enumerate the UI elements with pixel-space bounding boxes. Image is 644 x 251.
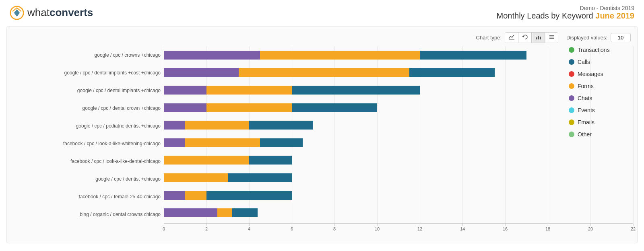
x-tick-line bbox=[505, 224, 506, 226]
bar-segment bbox=[228, 173, 292, 182]
bar-row bbox=[164, 67, 633, 78]
legend-dot bbox=[569, 95, 574, 101]
y-axis-label: google / cpc / pediatric dentist +chicag… bbox=[11, 123, 161, 129]
x-tick-label: 4 bbox=[248, 226, 250, 231]
legend-dot bbox=[569, 47, 574, 53]
legend-label: Other bbox=[578, 131, 592, 138]
x-tick-line bbox=[249, 224, 250, 226]
legend-item: Transactions bbox=[569, 47, 633, 53]
legend-item: Messages bbox=[569, 71, 633, 77]
x-tick-label: 18 bbox=[545, 226, 550, 231]
bar-row bbox=[164, 154, 633, 166]
table-button[interactable] bbox=[546, 33, 558, 43]
x-tick: 0 bbox=[163, 224, 165, 231]
bar-segment bbox=[206, 103, 292, 112]
bar-segment bbox=[164, 156, 249, 165]
x-tick-label: 20 bbox=[588, 226, 593, 231]
x-tick: 20 bbox=[588, 224, 593, 231]
y-axis-label: google / cpc / dental implants +cost +ch… bbox=[11, 70, 161, 76]
refresh-button[interactable] bbox=[519, 33, 532, 43]
y-axis-labels: google / cpc / crowns +chicagogoogle / c… bbox=[7, 46, 164, 235]
bar-segment bbox=[164, 103, 206, 112]
bar-segment bbox=[260, 51, 420, 60]
bar-segment bbox=[185, 191, 206, 200]
legend-item: Forms bbox=[569, 83, 633, 89]
y-axis-label: facebook / cpc / female-25-40-chicago bbox=[11, 194, 161, 200]
legend-label: Transactions bbox=[578, 47, 610, 53]
x-tick-label: 16 bbox=[503, 226, 508, 231]
y-axis-label: bing / organic / dental crowns chicago bbox=[11, 212, 161, 217]
x-tick-label: 10 bbox=[375, 226, 380, 231]
legend-dot bbox=[569, 59, 574, 65]
logo-converts: converts bbox=[50, 6, 93, 19]
bar-segment bbox=[164, 138, 185, 147]
chart-container: Chart type: Displayed values: 10 google … bbox=[6, 26, 638, 243]
bar-segment bbox=[164, 121, 185, 130]
x-tick-line bbox=[292, 224, 292, 226]
y-axis-label: facebook / cpc / look-a-like-whitening-c… bbox=[11, 141, 161, 146]
bar-row bbox=[164, 49, 633, 61]
legend-label: Forms bbox=[578, 83, 594, 89]
x-tick-line bbox=[420, 224, 420, 226]
y-axis-label: google / cpc / dental implants +chicago bbox=[11, 88, 161, 93]
x-tick: 12 bbox=[417, 224, 422, 231]
chart-type-buttons bbox=[505, 32, 558, 43]
bar-segment bbox=[206, 86, 292, 95]
bar-row bbox=[164, 102, 633, 113]
legend-label: Messages bbox=[578, 71, 603, 77]
demo-title: Demo - Dentists 2019 bbox=[497, 5, 634, 11]
bar-segment bbox=[409, 68, 495, 77]
x-tick: 14 bbox=[460, 224, 465, 231]
bar-segment bbox=[164, 191, 185, 200]
x-tick-line bbox=[334, 224, 335, 226]
bar-segment bbox=[217, 208, 232, 217]
legend-dot bbox=[569, 132, 574, 137]
bar-segment bbox=[249, 121, 313, 130]
bar-chart-button[interactable] bbox=[533, 33, 545, 43]
bars-area bbox=[164, 46, 633, 223]
bar-row bbox=[164, 207, 633, 218]
bar-row bbox=[164, 172, 633, 183]
legend-dot bbox=[569, 119, 574, 125]
legend-label: Events bbox=[578, 107, 595, 113]
bar-segment bbox=[185, 121, 249, 130]
x-tick: 8 bbox=[333, 224, 336, 231]
x-tick: 6 bbox=[291, 224, 293, 231]
month-label: June 2019 bbox=[595, 11, 634, 20]
logo-text: whatconverts bbox=[27, 6, 93, 19]
x-tick-line bbox=[377, 224, 378, 226]
legend-item: Events bbox=[569, 107, 633, 113]
bar-segment bbox=[206, 191, 292, 200]
x-tick-label: 12 bbox=[417, 226, 422, 231]
x-tick: 22 bbox=[631, 224, 636, 231]
legend: Transactions Calls Messages Forms Chats … bbox=[569, 47, 633, 138]
bar-segment bbox=[232, 208, 258, 217]
bar-segment bbox=[185, 138, 260, 147]
x-tick-label: 2 bbox=[205, 226, 208, 231]
bar-segment bbox=[292, 86, 420, 95]
bar-segment bbox=[164, 51, 260, 60]
legend-item: Emails bbox=[569, 119, 633, 126]
legend-dot bbox=[569, 71, 574, 77]
y-axis-label: google / cpc / crowns +chicago bbox=[11, 52, 161, 58]
legend-label: Calls bbox=[578, 59, 590, 65]
x-tick-label: 0 bbox=[163, 226, 165, 231]
line-chart-button[interactable] bbox=[505, 33, 518, 43]
legend-item: Chats bbox=[569, 95, 633, 101]
monthly-title: Monthly Leads by Keyword June 2019 bbox=[497, 11, 634, 21]
legend-label: Emails bbox=[578, 119, 594, 126]
x-tick: 2 bbox=[205, 224, 208, 231]
header-right: Demo - Dentists 2019 Monthly Leads by Ke… bbox=[497, 5, 634, 21]
bar-segment bbox=[249, 156, 292, 165]
x-tick: 18 bbox=[545, 224, 550, 231]
bars-and-x: 0 2 4 6 8 10 12 14 16 18 20 22 bbox=[164, 46, 633, 235]
x-tick-label: 14 bbox=[460, 226, 465, 231]
svg-rect-4 bbox=[540, 37, 541, 39]
displayed-values-input[interactable]: 10 bbox=[611, 33, 631, 42]
chart-type-label: Chart type: bbox=[476, 35, 502, 41]
bar-row bbox=[164, 84, 633, 96]
legend-item: Calls bbox=[569, 59, 633, 65]
top-bar: whatconverts Demo - Dentists 2019 Monthl… bbox=[0, 0, 644, 24]
svg-rect-3 bbox=[538, 36, 539, 39]
bar-segment bbox=[164, 86, 206, 95]
